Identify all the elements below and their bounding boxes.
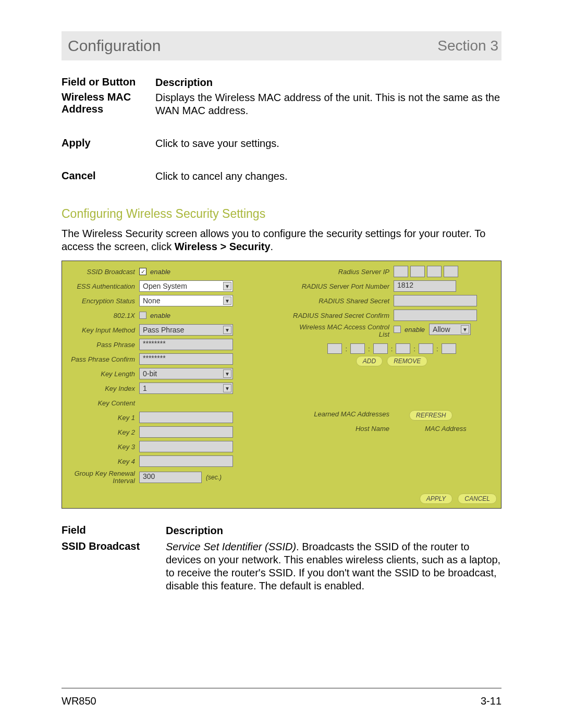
intro-text-bold: Wireless > Security bbox=[175, 241, 271, 252]
pass-phrase-input[interactable]: ******** bbox=[139, 339, 233, 350]
hostname-column-header: Host Name bbox=[287, 425, 394, 433]
field-button-description-table: Field or Button Description Wireless MAC… bbox=[62, 76, 501, 183]
8021x-checkbox[interactable] bbox=[139, 312, 146, 319]
key-input-method-label: Key Input Method bbox=[66, 326, 139, 334]
radius-ip-octet-4[interactable] bbox=[444, 266, 458, 277]
panel-left-column: SSID Broadcast ✓ enable ESS Authenticati… bbox=[66, 264, 282, 486]
8021x-label: 802.1X bbox=[66, 312, 139, 319]
mac-acl-label-line1: Wireless MAC Access Control bbox=[299, 323, 389, 331]
chevron-down-icon: ▼ bbox=[223, 384, 231, 392]
intro-text: The Wireless Security screen allows you … bbox=[62, 227, 501, 253]
key4-input[interactable] bbox=[139, 455, 233, 467]
key-index-label: Key Index bbox=[66, 385, 139, 392]
panel-right-column: Radius Server IP RADIUS Server Port Numb… bbox=[287, 264, 497, 486]
mac-octet-3[interactable] bbox=[373, 343, 388, 354]
key-length-label: Key Length bbox=[66, 370, 139, 378]
mac-octet-4[interactable] bbox=[396, 343, 410, 354]
key-content-label: Key Content bbox=[66, 399, 139, 407]
key2-input[interactable] bbox=[139, 426, 233, 438]
chevron-down-icon: ▼ bbox=[223, 326, 231, 334]
pass-phrase-confirm-input[interactable]: ******** bbox=[139, 353, 233, 365]
chevron-down-icon: ▼ bbox=[223, 282, 231, 290]
apply-button[interactable]: APPLY bbox=[420, 493, 453, 504]
chevron-down-icon: ▼ bbox=[223, 369, 231, 378]
key3-label: Key 3 bbox=[66, 443, 139, 451]
table1-row2-desc: Click to save your settings. bbox=[155, 137, 501, 150]
footer-rule bbox=[62, 688, 501, 688]
key2-label: Key 2 bbox=[66, 428, 139, 436]
wireless-security-panel: SSID Broadcast ✓ enable ESS Authenticati… bbox=[62, 261, 501, 509]
mac-octet-5[interactable] bbox=[419, 343, 433, 354]
key-length-select[interactable]: 0-bit ▼ bbox=[139, 368, 233, 379]
mac-entry-row: : : : : : bbox=[287, 343, 497, 354]
mac-acl-label: Wireless MAC Access Control List bbox=[287, 324, 394, 339]
chevron-down-icon: ▼ bbox=[223, 297, 231, 305]
macaddress-column-header: MAC Address bbox=[394, 425, 497, 433]
mac-octet-6[interactable] bbox=[442, 343, 456, 354]
pass-phrase-confirm-label: Pass Phrase Confirm bbox=[66, 355, 139, 363]
seconds-suffix: (sec.) bbox=[206, 474, 222, 481]
encryption-status-label: Encryption Status bbox=[66, 297, 139, 305]
radius-shared-secret-confirm-label: RADIUS Shared Secret Confirm bbox=[287, 312, 394, 319]
page-title: Configuration bbox=[68, 37, 161, 55]
footer-page-number: 3-11 bbox=[481, 695, 501, 707]
radius-port-label: RADIUS Server Port Number bbox=[287, 282, 394, 290]
table2-row1-desc-emphasis: Service Set Identifier (SSID) bbox=[166, 541, 296, 552]
radius-ip-octet-3[interactable] bbox=[427, 266, 442, 277]
radius-shared-secret-label: RADIUS Shared Secret bbox=[287, 297, 394, 305]
learned-mac-label: Learned MAC Addresses bbox=[287, 410, 394, 421]
mac-octet-2[interactable] bbox=[350, 343, 365, 354]
key-input-method-value: Pass Phrase bbox=[143, 326, 184, 334]
mac-acl-enable-text: enable bbox=[405, 326, 425, 334]
radius-shared-secret-input[interactable] bbox=[394, 295, 477, 306]
radius-server-ip-label: Radius Server IP bbox=[287, 268, 394, 276]
group-key-label-line1: Group Key Renewal bbox=[75, 470, 135, 477]
page-header: Configuration Section 3 bbox=[62, 31, 501, 60]
ess-auth-select[interactable]: Open System ▼ bbox=[139, 280, 233, 292]
radius-shared-secret-confirm-input[interactable] bbox=[394, 310, 477, 321]
group-key-label-line2: Interval bbox=[113, 477, 135, 485]
remove-button[interactable]: REMOVE bbox=[387, 356, 427, 366]
ssid-broadcast-checkbox[interactable]: ✓ bbox=[139, 268, 146, 275]
ssid-broadcast-label: SSID Broadcast bbox=[66, 268, 139, 276]
field-description-table-2: Field Description SSID Broadcast Service… bbox=[62, 524, 501, 593]
table1-header-desc: Description bbox=[155, 77, 213, 88]
radius-ip-octet-1[interactable] bbox=[394, 266, 408, 277]
table2-row1-field: SSID Broadcast bbox=[62, 540, 166, 593]
section-heading: Configuring Wireless Security Settings bbox=[62, 207, 501, 221]
radius-ip-octet-2[interactable] bbox=[410, 266, 425, 277]
radius-port-input[interactable]: 1812 bbox=[394, 280, 456, 292]
pass-phrase-label: Pass Phrase bbox=[66, 341, 139, 349]
refresh-button[interactable]: REFRESH bbox=[409, 410, 452, 421]
key-index-value: 1 bbox=[143, 384, 147, 392]
table1-row1-desc: Displays the Wireless MAC address of the… bbox=[155, 91, 501, 117]
key-input-method-select[interactable]: Pass Phrase ▼ bbox=[139, 324, 233, 336]
key4-label: Key 4 bbox=[66, 458, 139, 465]
footer-model: WR850 bbox=[62, 695, 96, 707]
table1-row3-field: Cancel bbox=[62, 170, 155, 183]
key-length-value: 0-bit bbox=[143, 369, 157, 378]
cancel-button[interactable]: CANCEL bbox=[458, 493, 497, 504]
table2-header-field: Field bbox=[62, 524, 166, 537]
8021x-enable-text: enable bbox=[150, 312, 170, 319]
mac-octet-1[interactable] bbox=[327, 343, 342, 354]
mac-acl-enable-checkbox[interactable] bbox=[394, 326, 401, 333]
key1-input[interactable] bbox=[139, 412, 233, 423]
add-button[interactable]: ADD bbox=[356, 356, 383, 366]
ssid-broadcast-enable-text: enable bbox=[150, 268, 170, 276]
mac-acl-mode-value: Allow bbox=[433, 325, 450, 334]
key3-input[interactable] bbox=[139, 441, 233, 452]
group-key-renewal-label: Group Key Renewal Interval bbox=[66, 470, 139, 485]
section-label: Section 3 bbox=[437, 38, 498, 54]
group-key-renewal-input[interactable]: 300 bbox=[139, 472, 202, 483]
encryption-status-value: None bbox=[143, 297, 160, 305]
key1-label: Key 1 bbox=[66, 414, 139, 422]
encryption-status-select[interactable]: None ▼ bbox=[139, 295, 233, 306]
ess-auth-label: ESS Authentication bbox=[66, 282, 139, 290]
mac-acl-mode-select[interactable]: Allow ▼ bbox=[429, 324, 471, 335]
key-index-select[interactable]: 1 ▼ bbox=[139, 382, 233, 394]
table1-row1-field: Wireless MAC Address bbox=[62, 91, 155, 117]
mac-acl-label-line2: List bbox=[379, 330, 389, 338]
table2-header-desc: Description bbox=[166, 525, 223, 536]
table1-header-field: Field or Button bbox=[62, 76, 155, 89]
